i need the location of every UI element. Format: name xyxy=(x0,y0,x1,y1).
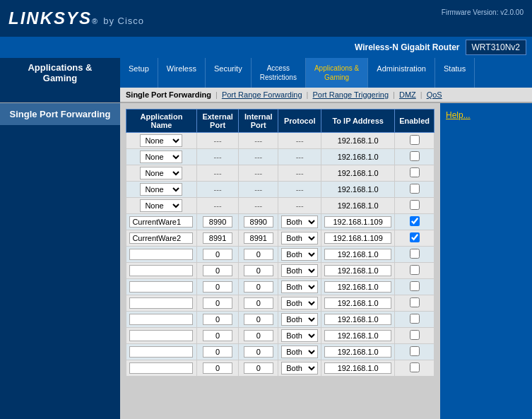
ext-port-r7[interactable] xyxy=(203,346,232,358)
int-port-cw1[interactable] xyxy=(244,216,273,228)
app-name-r7[interactable] xyxy=(129,346,193,358)
enabled-none-2[interactable] xyxy=(410,151,420,161)
app-select-3[interactable]: None xyxy=(140,167,182,179)
ext-port-r5[interactable] xyxy=(203,314,232,325)
sub-nav: Single Port Forwarding | Port Range Forw… xyxy=(120,88,532,102)
int-port-r6[interactable] xyxy=(244,330,273,341)
int-port-r7[interactable] xyxy=(244,346,273,358)
table-row: BothTCPUDP xyxy=(126,263,435,279)
enabled-none-5[interactable] xyxy=(410,200,420,210)
protocol-select-cw2[interactable]: BothTCPUDP xyxy=(281,232,318,244)
enabled-none-4[interactable] xyxy=(410,184,420,194)
app-select-5[interactable]: None xyxy=(140,199,182,212)
table-row: BothTCPUDP xyxy=(126,360,435,377)
ext-port-none-2: --- xyxy=(196,149,239,165)
logo: LINKSYS® by Cisco xyxy=(8,8,144,28)
int-port-r3[interactable] xyxy=(244,281,273,293)
ip-cw1[interactable] xyxy=(324,216,391,228)
enabled-r6[interactable] xyxy=(410,330,420,340)
int-port-r1[interactable] xyxy=(244,249,273,260)
tab-access-restrictions[interactable]: AccessRestrictions xyxy=(252,58,306,88)
enabled-r5[interactable] xyxy=(410,314,420,324)
int-port-r4[interactable] xyxy=(244,297,273,309)
ip-r7[interactable] xyxy=(324,346,391,358)
protocol-select-r4[interactable]: BothTCPUDP xyxy=(281,297,318,309)
ext-port-cw1[interactable] xyxy=(203,216,232,228)
col-app-name: Application Name xyxy=(126,110,197,133)
ip-r3[interactable] xyxy=(324,281,391,293)
protocol-select-r1[interactable]: BothTCPUDP xyxy=(281,248,318,261)
enabled-r3[interactable] xyxy=(410,281,420,291)
ext-port-r2[interactable] xyxy=(203,265,232,276)
protocol-select-r3[interactable]: BothTCPUDP xyxy=(281,281,318,293)
ext-port-r3[interactable] xyxy=(203,281,232,293)
subnav-dmz[interactable]: DMZ xyxy=(399,90,416,99)
table-row: None --- --- --- 192.168.1.0 xyxy=(126,133,435,149)
app-name-r5[interactable] xyxy=(129,314,193,325)
help-link[interactable]: Help... xyxy=(446,110,471,120)
enabled-none-3[interactable] xyxy=(410,167,420,177)
subnav-port-range[interactable]: Port Range Forwarding xyxy=(222,90,302,99)
protocol-select-r8[interactable]: BothTCPUDP xyxy=(281,362,318,374)
subnav-qos[interactable]: QoS xyxy=(427,90,442,99)
tab-setup[interactable]: Setup xyxy=(120,58,158,88)
enabled-cw2[interactable] xyxy=(410,232,420,242)
ext-port-r4[interactable] xyxy=(203,297,232,309)
app-name-r8[interactable] xyxy=(129,362,193,374)
col-to-ip: To IP Address xyxy=(321,110,395,133)
enabled-r2[interactable] xyxy=(410,265,420,275)
app-select-2[interactable]: None xyxy=(140,151,182,163)
enabled-none-1[interactable] xyxy=(410,135,420,145)
app-name-r4[interactable] xyxy=(129,297,193,309)
port-forwarding-table: Application Name External Port Internal … xyxy=(126,109,435,377)
ip-r6[interactable] xyxy=(324,330,391,341)
tab-security[interactable]: Security xyxy=(206,58,252,88)
protocol-select-r6[interactable]: BothTCPUDP xyxy=(281,329,318,342)
int-port-r5[interactable] xyxy=(244,314,273,325)
ip-r4[interactable] xyxy=(324,297,391,309)
enabled-r8[interactable] xyxy=(410,362,420,372)
ip-r8[interactable] xyxy=(324,362,391,374)
int-port-r2[interactable] xyxy=(244,265,273,276)
ip-none-3: 192.168.1.0 xyxy=(321,165,395,182)
subnav-single-port[interactable]: Single Port Forwarding xyxy=(126,90,211,99)
app-name-r3[interactable] xyxy=(129,281,193,293)
app-name-r1[interactable] xyxy=(129,249,193,260)
int-port-cw2[interactable] xyxy=(244,232,273,244)
int-port-none-2: --- xyxy=(239,149,278,165)
subnav-port-triggering[interactable]: Port Range Triggering xyxy=(312,90,389,99)
int-port-r8[interactable] xyxy=(244,362,273,374)
enabled-cw1[interactable] xyxy=(410,216,420,226)
enabled-r1[interactable] xyxy=(410,249,420,259)
enabled-r4[interactable] xyxy=(410,297,420,307)
protocol-select-r5[interactable]: BothTCPUDP xyxy=(281,313,318,326)
ip-r2[interactable] xyxy=(324,265,391,276)
app-select-1[interactable]: None xyxy=(140,134,182,147)
app-name-r6[interactable] xyxy=(129,330,193,341)
ext-port-cw2[interactable] xyxy=(203,232,232,244)
int-port-none-3: --- xyxy=(239,165,278,182)
ip-none-4: 192.168.1.0 xyxy=(321,182,395,198)
protocol-select-r2[interactable]: BothTCPUDP xyxy=(281,264,318,277)
app-name-cw1[interactable] xyxy=(129,216,193,228)
col-enabled: Enabled xyxy=(395,110,435,133)
tab-applications-gaming[interactable]: Applications &Gaming xyxy=(306,58,368,88)
protocol-select-cw1[interactable]: BothTCPUDP xyxy=(281,216,318,228)
tab-wireless[interactable]: Wireless xyxy=(158,58,206,88)
ip-r5[interactable] xyxy=(324,314,391,325)
ext-port-none-3: --- xyxy=(196,165,239,182)
enabled-r7[interactable] xyxy=(410,346,420,356)
main-nav: Setup Wireless Security AccessRestrictio… xyxy=(120,58,532,88)
col-int-port: Internal Port xyxy=(239,110,278,133)
protocol-select-r7[interactable]: BothTCPUDP xyxy=(281,346,318,358)
app-name-r2[interactable] xyxy=(129,265,193,276)
tab-administration[interactable]: Administration xyxy=(368,58,435,88)
tab-status[interactable]: Status xyxy=(435,58,475,88)
ip-cw2[interactable] xyxy=(324,232,391,244)
app-name-cw2[interactable] xyxy=(129,232,193,244)
ext-port-r6[interactable] xyxy=(203,330,232,341)
app-select-4[interactable]: None xyxy=(140,183,182,196)
ip-r1[interactable] xyxy=(324,249,391,260)
ext-port-r8[interactable] xyxy=(203,362,232,374)
ext-port-r1[interactable] xyxy=(203,249,232,260)
